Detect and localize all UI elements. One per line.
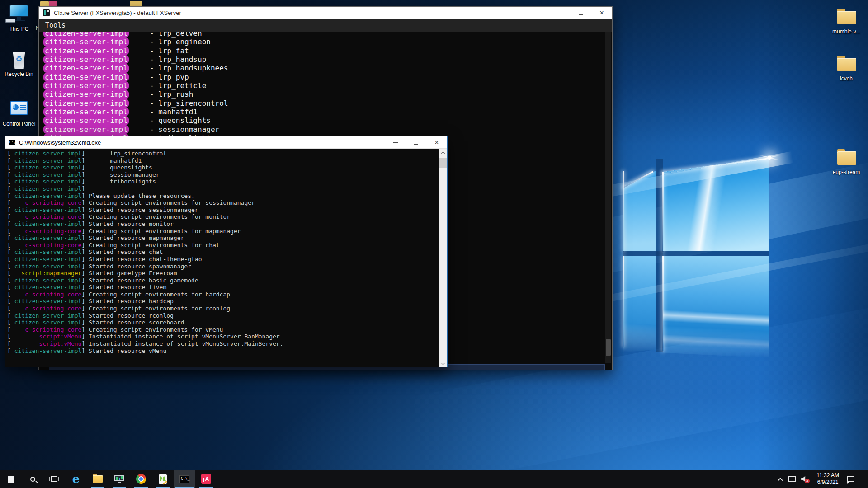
taskbar-app-chrome[interactable] bbox=[130, 470, 152, 488]
cmd-console-line: [ citizen-server-impl] Started resource … bbox=[7, 221, 439, 228]
scrollbar-thumb[interactable] bbox=[439, 158, 447, 168]
cmd-app-icon: C:\ bbox=[9, 140, 15, 145]
cmd-console-line: [ c-scripting-core] Creating script envi… bbox=[7, 326, 439, 333]
desktop-icon-control-panel[interactable]: Control Panel bbox=[2, 99, 36, 127]
task-view-icon bbox=[51, 476, 57, 482]
desktop-icon-label: Recycle Bin bbox=[2, 71, 36, 77]
windows-logo-icon bbox=[8, 476, 14, 483]
network-icon[interactable] bbox=[788, 476, 795, 482]
chrome-icon bbox=[136, 474, 146, 484]
windows-logo-edge bbox=[662, 172, 664, 252]
close-button[interactable]: ✕ bbox=[426, 136, 447, 149]
cmd-console-line: [ citizen-server-impl] Started resource … bbox=[7, 284, 439, 291]
cmd-console-line: [ citizen-server-impl] - lrp_sirencontro… bbox=[7, 150, 439, 157]
cmd-console-line: [ citizen-server-impl] - queenslights bbox=[7, 164, 439, 171]
fxserver-scrollbar[interactable] bbox=[605, 32, 611, 363]
cmd-scrollbar[interactable] bbox=[439, 149, 447, 367]
taskbar-app-file-explorer[interactable] bbox=[87, 470, 108, 488]
volume-muted-icon[interactable]: ✕ bbox=[801, 476, 809, 483]
desktop-icon-lcveh[interactable]: lcveh bbox=[829, 53, 863, 82]
tray-expand-icon[interactable] bbox=[778, 478, 783, 483]
windows-logo-edge bbox=[623, 256, 624, 347]
file-explorer-icon bbox=[93, 475, 103, 483]
desktop-icon-label: lcveh bbox=[829, 75, 863, 82]
taskbar-app-command-prompt[interactable]: C:\_ bbox=[174, 470, 195, 488]
cmd-console-line: [ citizen-server-impl] - manhatfd1 bbox=[7, 157, 439, 164]
desktop-icon-label: eup-stream bbox=[829, 169, 863, 175]
taskbar-app-monitor[interactable] bbox=[108, 470, 130, 488]
scrollbar-down-arrow[interactable] bbox=[439, 360, 447, 367]
notepad-plus-plus-icon bbox=[159, 474, 167, 484]
cmd-window-title: C:\Windows\system32\cmd.exe bbox=[19, 139, 101, 146]
taskbar-app-notepad-plus-plus[interactable] bbox=[152, 470, 174, 488]
clock-time: 11:32 AM bbox=[816, 472, 839, 479]
scrollbar-thumb[interactable] bbox=[606, 339, 611, 356]
system-tray: ✕ 11:32 AM 6/9/2021 bbox=[778, 470, 868, 488]
cmd-console-line: [ citizen-server-impl] Please update the… bbox=[7, 192, 439, 200]
cmd-console-line: [ c-scripting-core] Creating script envi… bbox=[7, 291, 439, 298]
windows-logo-edge bbox=[662, 256, 664, 351]
folder-icon bbox=[829, 6, 863, 27]
cmd-console-line: [ citizen-server-impl] Started resource … bbox=[7, 312, 439, 319]
minimize-button[interactable] bbox=[550, 7, 571, 19]
close-button[interactable]: ✕ bbox=[591, 7, 612, 19]
cmd-console-line: [ citizen-server-impl] bbox=[7, 185, 439, 192]
menu-item-tools[interactable]: Tools bbox=[39, 21, 72, 29]
search-button[interactable] bbox=[22, 470, 43, 488]
red-a-app-icon: A bbox=[201, 474, 211, 484]
cmd-console-line: [ citizen-server-impl] Started resource … bbox=[7, 206, 439, 214]
desktop-icon-label: This PC bbox=[2, 26, 36, 32]
cmd-console-line: [ c-scripting-core] Creating script envi… bbox=[7, 213, 439, 221]
cmd-console-output[interactable]: [ citizen-server-impl] - lrp_sirencontro… bbox=[5, 149, 439, 367]
taskbar-clock[interactable]: 11:32 AM 6/9/2021 bbox=[815, 472, 841, 486]
windows-logo-pane bbox=[663, 256, 769, 358]
cmd-console-line: [ citizen-server-impl] - triborolights bbox=[7, 178, 439, 185]
fx-console-line: citizen-server-impl- sessionmanager bbox=[39, 125, 606, 134]
taskbar-app-red-a[interactable]: A bbox=[195, 470, 217, 488]
cmd-console-line: [ c-scripting-core] Creating script envi… bbox=[7, 242, 439, 249]
cmd-console-line: [ citizen-server-impl] Started resource … bbox=[7, 263, 439, 270]
cmd-console-line: [ c-scripting-core] Creating script envi… bbox=[7, 228, 439, 235]
windows-logo-pane bbox=[623, 256, 656, 352]
wallpaper-glare bbox=[768, 156, 771, 160]
maximize-button[interactable] bbox=[406, 136, 426, 149]
cmd-console-line: [ citizen-server-impl] Started resource … bbox=[7, 235, 439, 242]
minimize-button[interactable] bbox=[385, 136, 406, 149]
fx-console-line: citizen-server-impl- lrp_handsup bbox=[39, 55, 606, 64]
action-center-icon[interactable] bbox=[847, 476, 854, 482]
hidden-desktop-icon-sliver bbox=[130, 1, 142, 6]
cmd-titlebar[interactable]: C:\ C:\Windows\system32\cmd.exe ✕ bbox=[5, 136, 447, 149]
taskbar-app-internet-explorer[interactable]: e bbox=[65, 470, 87, 488]
fx-console-line: citizen-server-impl- lrp_sirencontrol bbox=[39, 99, 606, 108]
desktop: N This PC ♻ Recycle Bin Control Panel mu… bbox=[0, 0, 868, 488]
hidden-desktop-icon-sliver bbox=[49, 1, 57, 6]
task-view-button[interactable] bbox=[43, 470, 65, 488]
monitor-app-icon bbox=[114, 475, 124, 483]
windows-logo-divider bbox=[623, 251, 769, 256]
desktop-icon-mumble[interactable]: mumble-v... bbox=[829, 6, 863, 35]
desktop-icon-label: Control Panel bbox=[2, 121, 36, 127]
fx-console-line: citizen-server-impl- lrp_pvp bbox=[39, 73, 606, 81]
cmd-console-line: [ citizen-server-impl] Started resource … bbox=[7, 256, 439, 263]
fxserver-app-icon bbox=[43, 9, 50, 16]
desktop-icon-recycle-bin[interactable]: ♻ Recycle Bin bbox=[2, 49, 36, 77]
desktop-icon-eup-stream[interactable]: eup-stream bbox=[829, 147, 863, 175]
cmd-console-line: [ citizen-server-impl] - sessionmanager bbox=[7, 171, 439, 178]
fxserver-titlebar[interactable]: Cfx.re Server (FXServer/gta5) - default … bbox=[39, 7, 612, 19]
cmd-console-line: [ script:vMenu] Instantiated instance of… bbox=[7, 333, 439, 340]
control-panel-icon bbox=[2, 99, 36, 119]
scrollbar-up-arrow[interactable] bbox=[439, 149, 447, 156]
start-button[interactable] bbox=[0, 470, 22, 488]
fx-console-line: citizen-server-impl- lrp_fat bbox=[39, 47, 606, 55]
fxserver-window-title: Cfx.re Server (FXServer/gta5) - default … bbox=[54, 9, 181, 16]
hidden-desktop-icon-sliver bbox=[40, 1, 49, 6]
desktop-icon-this-pc[interactable]: This PC bbox=[2, 4, 36, 32]
cmd-console-line: [ c-scripting-core] Creating script envi… bbox=[7, 305, 439, 312]
cmd-console-line: [ c-scripting-core] Creating script envi… bbox=[7, 199, 439, 206]
cmd-console-line: [ script:mapmanager] Started gametype Fr… bbox=[7, 270, 439, 277]
command-prompt-icon: C:\_ bbox=[179, 475, 189, 483]
fx-console-line: citizen-server-impl- lrp_handsupknees bbox=[39, 64, 606, 72]
recycle-bin-icon: ♻ bbox=[2, 49, 36, 70]
fx-console-line: citizen-server-impl- lrp_engineon bbox=[39, 38, 606, 46]
maximize-button[interactable] bbox=[571, 7, 591, 19]
